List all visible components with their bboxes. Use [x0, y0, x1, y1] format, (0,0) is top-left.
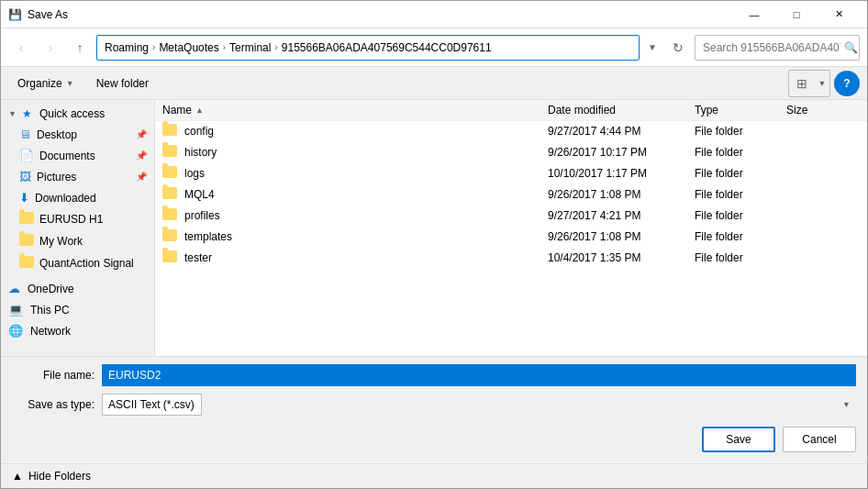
table-row[interactable]: logs 10/10/2017 1:17 PM File folder: [155, 163, 867, 184]
eurusd-folder-icon: [19, 212, 34, 227]
view-dropdown-button[interactable]: ▼: [815, 71, 829, 96]
folder-icon: [162, 229, 177, 244]
col-name-header[interactable]: Name ▲: [162, 104, 548, 117]
bottom-panel: File name: Save as type: ASCII Text (*.c…: [1, 356, 867, 463]
path-dropdown-button[interactable]: ▼: [643, 35, 662, 61]
file-rows-container: config 9/27/2017 4:44 PM File folder his…: [155, 121, 867, 269]
save-button[interactable]: Save: [702, 427, 775, 452]
minimize-button[interactable]: —: [733, 1, 775, 28]
thispc-item[interactable]: 💻 This PC: [1, 299, 154, 320]
sidebar-item-mywork[interactable]: My Work: [1, 230, 154, 252]
sidebar-item-pictures[interactable]: 🖼 Pictures 📌: [1, 166, 154, 187]
sidebar-item-eurusd[interactable]: EURUSD H1: [1, 208, 154, 230]
hide-folders-bar[interactable]: ▲ Hide Folders: [1, 463, 867, 488]
forward-button[interactable]: ›: [38, 35, 63, 61]
pictures-icon: 🖼: [19, 170, 31, 183]
close-button[interactable]: ✕: [818, 1, 860, 28]
organize-button[interactable]: Organize ▼: [8, 71, 83, 96]
folder-icon: [162, 145, 177, 160]
path-id: 915566BA06ADA407569C544CC0D97611: [282, 41, 492, 54]
sidebar-mywork-label: My Work: [39, 235, 83, 248]
pin-icon-docs: 📌: [136, 150, 147, 161]
filename-input[interactable]: [102, 364, 856, 386]
onedrive-label: OneDrive: [28, 283, 74, 295]
pin-icon-pics: 📌: [136, 172, 147, 182]
maximize-button[interactable]: □: [775, 1, 818, 28]
select-arrow-icon: ▼: [842, 400, 851, 409]
network-item[interactable]: 🌐 Network: [1, 320, 154, 341]
documents-icon: 📄: [19, 149, 34, 162]
col-date-header[interactable]: Date modified: [548, 104, 695, 117]
table-row[interactable]: history 9/26/2017 10:17 PM File folder: [155, 142, 867, 163]
sidebar-desktop-label: Desktop: [37, 128, 77, 141]
quick-access-section: ▼ ★ Quick access 🖥 Desktop 📌 📄 Documents…: [1, 104, 154, 274]
filename-label: File name:: [12, 369, 95, 382]
row-date: 9/26/2017 1:08 PM: [548, 188, 695, 201]
filetype-row: Save as type: ASCII Text (*.csv) ▼: [12, 394, 856, 416]
address-bar: ‹ › ↑ Roaming › MetaQuotes › Terminal › …: [1, 28, 867, 67]
table-row[interactable]: profiles 9/27/2017 4:21 PM File folder: [155, 206, 867, 227]
window-title: Save As: [28, 8, 733, 21]
search-box[interactable]: 🔍: [695, 35, 860, 61]
sidebar-item-documents[interactable]: 📄 Documents 📌: [1, 145, 154, 166]
row-name: tester: [184, 251, 548, 264]
folder-icon: [162, 187, 177, 202]
filetype-select-wrapper: ASCII Text (*.csv) ▼: [102, 394, 856, 416]
table-row[interactable]: MQL4 9/26/2017 1:08 PM File folder: [155, 184, 867, 206]
row-date: 9/27/2017 4:44 PM: [548, 125, 695, 138]
refresh-button[interactable]: ↻: [665, 35, 691, 61]
filetype-select[interactable]: ASCII Text (*.csv): [102, 394, 202, 416]
row-date: 10/10/2017 1:17 PM: [548, 167, 695, 180]
col-size-header[interactable]: Size: [786, 104, 860, 117]
col-type-label: Type: [695, 104, 718, 117]
mywork-folder-icon: [19, 234, 34, 249]
quick-access-header[interactable]: ▼ ★ Quick access: [1, 104, 154, 124]
row-date: 9/26/2017 10:17 PM: [548, 146, 695, 159]
view-icon-button[interactable]: ⊞: [789, 71, 815, 96]
search-input[interactable]: [703, 41, 840, 54]
search-icon: 🔍: [844, 41, 858, 54]
network-label: Network: [30, 325, 71, 338]
download-icon: ⬇: [19, 191, 29, 205]
col-type-header[interactable]: Type: [695, 104, 786, 117]
quick-access-chevron: ▼: [8, 109, 17, 118]
thispc-icon: 💻: [8, 303, 23, 317]
help-button[interactable]: ?: [834, 71, 860, 96]
organize-chevron: ▼: [66, 79, 74, 88]
cancel-button[interactable]: Cancel: [783, 427, 856, 452]
path-metaquotes: MetaQuotes: [159, 41, 218, 54]
row-type: File folder: [695, 167, 786, 180]
quantaction-folder-icon: [19, 256, 34, 271]
table-row[interactable]: tester 10/4/2017 1:35 PM File folder: [155, 248, 867, 269]
back-button[interactable]: ‹: [8, 35, 34, 61]
folder-icon: [162, 250, 177, 265]
up-button[interactable]: ↑: [67, 35, 93, 61]
quick-access-star-icon: ★: [22, 107, 32, 120]
title-bar: 💾 Save As — □ ✕: [1, 1, 867, 28]
row-name: profiles: [184, 209, 548, 222]
hide-folders-chevron: ▲: [12, 470, 23, 483]
window-icon: 💾: [8, 8, 22, 21]
row-type: File folder: [695, 146, 786, 159]
sidebar-item-desktop[interactable]: 🖥 Desktop 📌: [1, 124, 154, 145]
file-list-header: Name ▲ Date modified Type Size: [155, 100, 867, 121]
sidebar-item-downloaded[interactable]: ⬇ Downloaded: [1, 187, 154, 208]
window-controls: — □ ✕: [733, 1, 860, 28]
view-controls: ⊞ ▼: [788, 70, 830, 97]
quick-access-label: Quick access: [39, 107, 105, 120]
row-name: config: [184, 125, 548, 138]
onedrive-item[interactable]: ☁ OneDrive: [1, 278, 154, 299]
sidebar-item-quantaction[interactable]: QuantAction Signal: [1, 252, 154, 274]
table-row[interactable]: config 9/27/2017 4:44 PM File folder: [155, 121, 867, 142]
sidebar-downloaded-label: Downloaded: [35, 192, 96, 205]
row-type: File folder: [695, 125, 786, 138]
address-path[interactable]: Roaming › MetaQuotes › Terminal › 915566…: [96, 35, 640, 61]
sidebar-eurusd-label: EURUSD H1: [39, 213, 103, 226]
row-type: File folder: [695, 209, 786, 222]
pin-icon-desktop: 📌: [136, 129, 147, 139]
row-type: File folder: [695, 230, 786, 243]
file-list: Name ▲ Date modified Type Size config 9/…: [155, 100, 867, 356]
filename-row: File name:: [12, 364, 856, 386]
new-folder-button[interactable]: New folder: [87, 71, 158, 96]
table-row[interactable]: templates 9/26/2017 1:08 PM File folder: [155, 227, 867, 248]
